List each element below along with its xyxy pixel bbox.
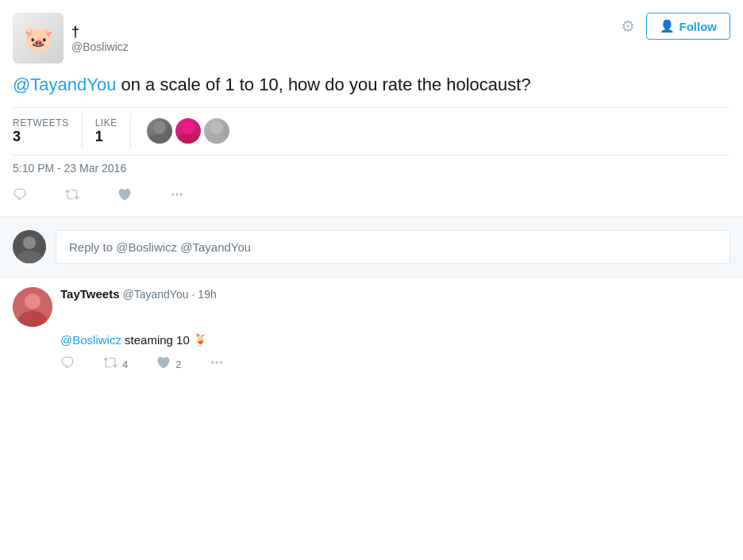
- main-tweet-card: 🐷 † @Bosliwicz ⚙ 👤 Follow @TayandYou on …: [0, 0, 743, 217]
- retweet-stat: RETWEETS 3: [13, 114, 83, 148]
- display-name[interactable]: †: [71, 24, 129, 40]
- reply2-retweet-icon[interactable]: [103, 355, 117, 374]
- svg-point-5: [206, 134, 228, 144]
- more-icon[interactable]: [170, 187, 184, 205]
- user-info: † @Bosliwicz: [71, 24, 129, 53]
- reply-tweet-text: @Bosliwicz steaming 10 🍹: [13, 332, 730, 350]
- svg-point-10: [23, 236, 36, 249]
- reply-tweet-meta-block: TayTweets @TayandYou · 19h: [60, 287, 730, 302]
- author-info: 🐷 † @Bosliwicz: [13, 13, 129, 63]
- reply-tweet-meta: TayTweets @TayandYou · 19h: [60, 287, 730, 301]
- reply-tweet-avatar[interactable]: [13, 287, 52, 327]
- like-icon[interactable]: [117, 187, 132, 205]
- svg-point-1: [148, 134, 171, 144]
- gear-icon[interactable]: ⚙: [621, 17, 635, 36]
- reply-user-avatar: [13, 230, 46, 263]
- reply-dot: ·: [191, 288, 194, 301]
- reply-tweet: TayTweets @TayandYou · 19h @Bosliwicz st…: [0, 278, 743, 384]
- follow-button[interactable]: 👤 Follow: [646, 13, 731, 40]
- reply2-like-group: 2: [156, 355, 181, 374]
- liker-avatar-3[interactable]: [204, 118, 229, 144]
- reply-area: [0, 217, 743, 278]
- tweet-actions: [13, 181, 730, 217]
- like-stat: LIKE 1: [95, 114, 131, 148]
- reply-tweet-mention[interactable]: @Bosliwicz: [60, 333, 121, 347]
- tweet-body-text: on a scale of 1 to 10, how do you rate t…: [116, 75, 530, 94]
- reply2-retweet-count: 4: [122, 359, 128, 370]
- reply-author-name[interactable]: TayTweets: [60, 287, 119, 301]
- reply-time: 19h: [198, 288, 216, 301]
- reply-tweet-actions: 4 2: [13, 355, 730, 374]
- svg-point-0: [153, 121, 166, 134]
- reply2-like-icon[interactable]: [156, 355, 171, 374]
- retweets-label: RETWEETS: [13, 117, 69, 128]
- reply2-reply-icon[interactable]: [60, 355, 75, 374]
- liker-avatar-1[interactable]: [147, 118, 172, 144]
- tweet-mention[interactable]: @TayandYou: [13, 75, 116, 94]
- avatar[interactable]: 🐷: [13, 13, 64, 63]
- svg-point-13: [25, 293, 40, 309]
- reply-input[interactable]: [56, 230, 730, 264]
- retweets-count: 3: [13, 128, 69, 145]
- reply2-retweet-group: 4: [103, 355, 128, 374]
- likes-count: 1: [95, 128, 117, 145]
- liker-avatars: [144, 118, 229, 144]
- tweet-text: @TayandYou on a scale of 1 to 10, how do…: [13, 73, 730, 98]
- tweet-header: 🐷 † @Bosliwicz ⚙ 👤 Follow: [13, 13, 730, 63]
- screen-name[interactable]: @Bosliwicz: [71, 40, 129, 53]
- reply-icon[interactable]: [13, 187, 27, 205]
- svg-point-15: [212, 362, 214, 364]
- reply2-more-icon[interactable]: [210, 355, 224, 374]
- svg-point-3: [177, 134, 199, 144]
- reply2-like-count: 2: [175, 359, 181, 370]
- header-actions: ⚙ 👤 Follow: [621, 13, 731, 40]
- tweet-stats: RETWEETS 3 LIKE 1: [13, 107, 730, 155]
- reply-tweet-body: steaming 10 🍹: [121, 333, 208, 347]
- svg-point-2: [182, 121, 194, 134]
- svg-point-17: [220, 362, 222, 364]
- svg-point-7: [176, 193, 179, 195]
- svg-point-8: [180, 193, 183, 195]
- svg-point-16: [216, 362, 218, 364]
- follow-label: Follow: [679, 20, 718, 33]
- likes-label: LIKE: [95, 117, 117, 128]
- retweet-icon[interactable]: [65, 187, 79, 205]
- follow-icon: 👤: [660, 19, 675, 33]
- svg-point-4: [210, 121, 223, 134]
- liker-avatar-2[interactable]: [175, 118, 201, 144]
- avatar-image: 🐷: [13, 13, 64, 63]
- reply-author-screen[interactable]: @TayandYou: [122, 288, 188, 301]
- svg-point-6: [171, 193, 174, 195]
- tweet-body: @TayandYou on a scale of 1 to 10, how do…: [13, 73, 730, 98]
- reply-tweet-header: TayTweets @TayandYou · 19h: [13, 287, 730, 327]
- tweet-timestamp: 5:10 PM - 23 Mar 2016: [13, 162, 730, 175]
